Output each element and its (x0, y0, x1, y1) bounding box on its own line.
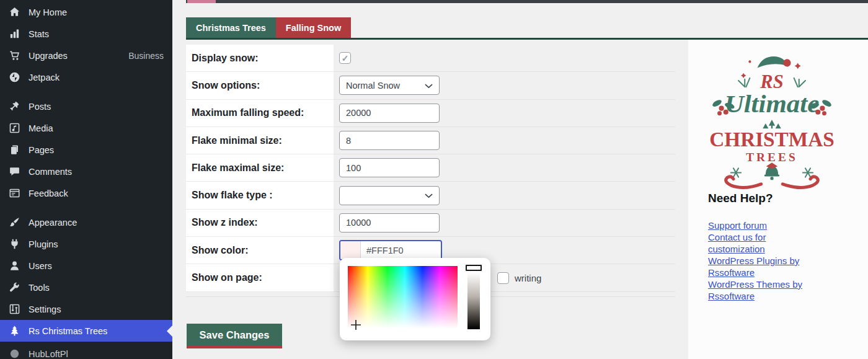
appearance-icon (9, 216, 20, 228)
sidebar-item-label: Rs Christmas Trees (29, 326, 107, 336)
sidebar-item-tools[interactable]: Tools (0, 277, 172, 298)
sidebar-item-upgrades[interactable]: UpgradesBusiness (0, 45, 172, 66)
falling-snow-settings-form: Display snow:Snow options:Normal SnowMax… (186, 45, 675, 292)
circle-icon (9, 348, 20, 359)
writing-checkbox[interactable] (497, 272, 509, 284)
sidebar-item-label: Stats (29, 29, 49, 39)
lightness-gradient-bar[interactable] (467, 270, 480, 329)
feedback-icon (9, 187, 20, 199)
tools-icon (9, 281, 20, 293)
field-label: Show color: (186, 237, 334, 264)
sidebar-item-comments[interactable]: Comments (0, 161, 172, 182)
show-flake-type-select[interactable] (339, 186, 440, 205)
sidebar-item-hubloftpl[interactable]: HubLoftPl (0, 343, 172, 359)
chevron-down-icon (425, 190, 433, 200)
svg-text:Ultimate: Ultimate (725, 90, 820, 118)
maximum-falling-speed-input[interactable]: 20000 (339, 104, 440, 123)
tab-underline (186, 38, 868, 40)
pushpin-icon (9, 100, 20, 112)
sidebar-item-pages[interactable]: Pages (0, 139, 172, 161)
flake-minimal-size-input[interactable]: 8 (339, 131, 440, 150)
form-row-maximum-falling-speed: Maximum falling speed:20000 (186, 100, 675, 127)
admin-top-strip (186, 0, 868, 3)
help-link-contact-us-for-customization[interactable]: Contact us for customization (708, 231, 825, 255)
form-row-snow-options: Snow options:Normal Snow (186, 72, 675, 99)
form-row-flake-maximal-size: Flake maximal size:100 (186, 154, 675, 182)
help-link-wordpress-plugins-by-rssoftware[interactable]: WordPress Plugins by Rssoftware (708, 255, 825, 278)
field-label: Show flake type : (186, 182, 334, 209)
help-link-wordpress-themes-by-rssoftware[interactable]: WordPress Themes by Rssoftware (708, 278, 825, 302)
svg-text:CHRISTMAS: CHRISTMAS (709, 127, 834, 151)
rs-christmas-trees-logo: RS Ultimate CHRISTMAS TREES (706, 48, 838, 192)
sidebar-item-label: Posts (29, 102, 51, 112)
plan-badge: Business (128, 51, 164, 61)
checkbox-label: writing (515, 273, 541, 283)
sidebar-item-label: Appearance (29, 218, 77, 228)
sidebar-item-label: Jetpack (29, 73, 60, 82)
settings-icon (9, 303, 20, 315)
field-label: Display snow: (186, 45, 334, 72)
display-snow-checkbox[interactable] (339, 52, 351, 64)
form-row-display-snow: Display snow: (186, 45, 675, 72)
jetpack-icon (9, 71, 20, 83)
stats-icon (9, 28, 20, 40)
media-icon (9, 122, 20, 134)
sidebar-item-settings[interactable]: Settings (0, 298, 172, 320)
sidebar-item-stats[interactable]: Stats (0, 23, 172, 45)
snow-options-select[interactable]: Normal Snow (339, 76, 440, 95)
save-changes-button[interactable]: Save Changes (187, 324, 282, 348)
field-label: Flake minimal size: (186, 127, 334, 154)
help-panel: RS Ultimate CHRISTMAS TREES (688, 39, 868, 359)
color-gradient-field[interactable] (348, 266, 458, 329)
color-value-input[interactable]: #FFF1F0 (361, 241, 441, 259)
cart-icon (9, 50, 20, 61)
sidebar-item-label: HubLoftPl (29, 349, 68, 359)
users-icon (9, 260, 20, 272)
help-heading: Need Help? (708, 192, 773, 205)
sidebar-item-label: Feedback (29, 188, 68, 198)
lightness-slider-handle[interactable] (466, 265, 482, 271)
admin-menu: My HomeStatsUpgradesBusinessJetpackPosts… (0, 0, 172, 359)
sidebar-item-label: Upgrades (29, 51, 68, 61)
sidebar-item-feedback[interactable]: Feedback (0, 182, 172, 204)
form-row-show-flake-type: Show flake type : (186, 182, 675, 209)
christmas-tree-icon (9, 325, 20, 337)
tab-christmas-trees[interactable]: Christmas Trees (186, 17, 276, 38)
sidebar-item-label: My Home (29, 7, 67, 17)
page-option: writing (497, 264, 541, 291)
sidebar-item-label: Plugins (29, 239, 58, 249)
show-z-index-input[interactable]: 10000 (339, 213, 440, 233)
sidebar-item-rs-christmas-trees[interactable]: Rs Christmas Trees (0, 320, 172, 342)
color-picker-popup (340, 258, 490, 340)
form-row-show-z-index: Show z index:10000 (186, 210, 675, 237)
flake-maximal-size-input[interactable]: 100 (339, 158, 440, 177)
sidebar-item-label: Media (29, 123, 53, 133)
field-label: Maximum falling speed: (186, 100, 334, 127)
sidebar-item-appearance[interactable]: Appearance (0, 211, 172, 233)
wordpress-admin-screen: My HomeStatsUpgradesBusinessJetpackPosts… (0, 0, 868, 359)
sidebar-item-my-home[interactable]: My Home (0, 1, 172, 23)
field-label: Snow options: (186, 72, 334, 99)
sidebar-item-plugins[interactable]: Plugins (0, 233, 172, 255)
tab-falling-snow[interactable]: Falling Snow (276, 17, 351, 38)
svg-text:TREES: TREES (746, 151, 798, 164)
home-icon (9, 6, 20, 18)
sidebar-item-label: Users (29, 261, 52, 271)
color-crosshair-icon[interactable] (350, 319, 361, 330)
help-link-support-forum[interactable]: Support forum (708, 219, 825, 231)
comment-icon (9, 166, 20, 177)
select-value: Normal Snow (346, 81, 400, 91)
sidebar-item-posts[interactable]: Posts (0, 95, 172, 117)
sidebar-item-jetpack[interactable]: Jetpack (0, 66, 172, 88)
lightness-slider[interactable] (466, 265, 482, 330)
plugin-icon (9, 238, 20, 250)
field-label: Show on page: (186, 264, 334, 291)
form-row-flake-minimal-size: Flake minimal size:8 (186, 127, 675, 154)
sidebar-item-label: Settings (29, 304, 61, 314)
field-label: Show z index: (186, 210, 334, 237)
color-swatch[interactable] (340, 241, 361, 259)
field-label: Flake maximal size: (186, 154, 334, 182)
sidebar-item-media[interactable]: Media (0, 117, 172, 139)
sidebar-item-users[interactable]: Users (0, 255, 172, 277)
help-links: Support forumContact us for customizatio… (708, 219, 825, 302)
